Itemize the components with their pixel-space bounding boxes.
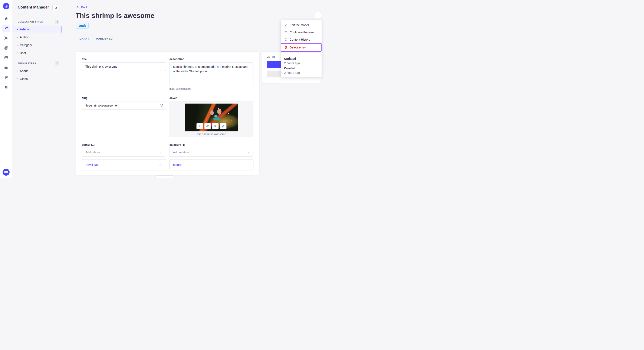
media-library-icon <box>4 46 8 50</box>
bullet-icon <box>17 29 18 30</box>
author-relation-combobox[interactable]: Add relation <box>82 148 166 157</box>
floating-widget-pill[interactable] <box>156 176 174 178</box>
sidebar-item-home[interactable] <box>2 15 10 22</box>
subnav-item-user[interactable]: User <box>12 49 62 56</box>
more-actions-button[interactable] <box>315 12 321 18</box>
configure-view-icon <box>284 31 288 34</box>
trash-icon <box>214 125 217 128</box>
description-label: description <box>170 57 254 61</box>
slug-input[interactable] <box>82 101 166 110</box>
menu-item-edit-the-model[interactable]: Edit the model <box>281 21 322 29</box>
nav-rail: KD <box>0 0 12 178</box>
sidebar-item-content-manager[interactable] <box>2 25 10 32</box>
back-link[interactable]: Back <box>76 5 88 9</box>
field-cover: cover this-shrimp-is-awesome <box>170 96 254 137</box>
author-label: author (1) <box>82 143 166 146</box>
content-manager-subnav: Content Manager COLLECTION TYPES 4 Artic… <box>12 0 62 178</box>
regenerate-slug-icon[interactable] <box>159 103 163 107</box>
single-types-count-badge: 2 <box>55 61 59 65</box>
sidebar-item-content-type-builder[interactable] <box>2 54 10 62</box>
description-textarea[interactable]: Mantis shrimps, or stomatopods, are mari… <box>170 62 254 85</box>
subnav-item-author[interactable]: Author <box>12 34 62 40</box>
cover-label: cover <box>170 96 254 100</box>
title-input[interactable] <box>82 62 166 71</box>
slug-label: slug <box>82 96 166 100</box>
field-category: category (1) Add relation nature <box>170 143 254 170</box>
cover-asset-card: this-shrimp-is-awesome <box>170 101 254 137</box>
field-slug: slug <box>82 96 166 137</box>
subnav-divider <box>18 14 23 14</box>
relation-link-david-doe[interactable]: David Doe <box>86 163 99 167</box>
page-title: This shrimp is awesome <box>76 12 154 19</box>
menu-item-content-history[interactable]: Content History <box>281 36 322 43</box>
chevron-down-icon <box>159 151 162 154</box>
bullet-icon <box>17 78 18 79</box>
section-label-single-types: SINGLE TYPES <box>18 62 36 65</box>
chevron-down-icon <box>247 151 250 154</box>
bullet-icon <box>17 45 18 45</box>
more-actions-menu: Edit the model Configure the view Conten… <box>281 20 322 77</box>
category-relation-combobox[interactable]: Add relation <box>170 148 254 157</box>
link-icon <box>206 124 209 128</box>
bullet-icon <box>17 52 18 53</box>
bullet-icon <box>17 37 18 38</box>
feather-icon <box>4 26 8 31</box>
strapi-logo[interactable] <box>4 3 9 9</box>
field-description: description Mantis shrimps, or stomatopo… <box>170 57 254 90</box>
history-icon <box>284 38 288 41</box>
draft-published-tabs: DRAFT PUBLISHED <box>76 35 116 43</box>
bullet-icon <box>17 71 18 71</box>
remove-relation-button[interactable] <box>159 163 162 167</box>
search-button[interactable] <box>52 4 59 11</box>
home-icon <box>4 16 8 21</box>
updated-value: 2 hours ago <box>284 61 318 65</box>
category-label: category (1) <box>170 143 254 146</box>
title-label: title <box>82 57 166 61</box>
menu-item-delete-entry[interactable]: Delete entry <box>281 43 322 52</box>
updated-label: Updated <box>284 57 318 60</box>
sidebar-item-deploy[interactable] <box>2 64 10 71</box>
cart-icon <box>4 75 8 80</box>
sidebar-item-settings[interactable] <box>2 83 10 91</box>
tab-draft[interactable]: DRAFT <box>76 35 93 43</box>
created-value: 2 hours ago <box>284 71 318 74</box>
arrow-left-icon <box>76 5 80 9</box>
pencil-icon <box>284 23 288 27</box>
subnav-item-about[interactable]: About <box>12 68 62 74</box>
trash-icon <box>284 46 288 49</box>
section-label-collection-types: COLLECTION TYPES <box>18 20 43 23</box>
cover-toolbar <box>196 123 226 129</box>
subnav-item-article[interactable]: Article <box>12 26 62 32</box>
ellipsis-icon <box>316 13 320 17</box>
plus-icon <box>198 124 201 128</box>
field-title: title <box>82 57 166 90</box>
app-root: KD Content Manager COLLECTION TYPES 4 Ar… <box>0 0 328 178</box>
author-relation-item: David Doe <box>82 159 166 170</box>
sidebar-item-releases[interactable] <box>2 34 10 42</box>
cloud-icon <box>4 65 8 70</box>
delete-asset-button[interactable] <box>212 123 218 129</box>
user-avatar[interactable]: KD <box>2 169 10 176</box>
entry-meta: Updated 2 hours ago Created 2 hours ago <box>281 53 322 77</box>
pencil-icon <box>222 125 225 128</box>
relation-link-nature[interactable]: nature <box>173 163 182 167</box>
subnav-item-category[interactable]: Category <box>12 42 62 48</box>
status-badge: Draft <box>76 23 88 29</box>
subnav-item-global[interactable]: Global <box>12 75 62 82</box>
search-icon <box>54 6 58 9</box>
copy-link-button[interactable] <box>204 123 210 129</box>
menu-item-configure-the-view[interactable]: Configure the view <box>281 29 322 36</box>
cover-caption: this-shrimp-is-awesome <box>170 133 254 136</box>
layout-icon <box>4 56 8 60</box>
collection-types-count-badge: 4 <box>55 19 59 24</box>
remove-relation-button[interactable] <box>246 163 250 167</box>
tab-published[interactable]: PUBLISHED <box>93 35 116 43</box>
sidebar-item-media-library[interactable] <box>2 44 10 52</box>
description-helper: max. 80 characters <box>170 87 254 90</box>
created-label: Created <box>284 67 318 70</box>
sidebar-item-marketplace[interactable] <box>2 74 10 81</box>
gear-icon <box>4 85 8 89</box>
paper-plane-icon <box>4 36 8 40</box>
edit-asset-button[interactable] <box>220 123 226 129</box>
add-asset-button[interactable] <box>196 123 203 129</box>
